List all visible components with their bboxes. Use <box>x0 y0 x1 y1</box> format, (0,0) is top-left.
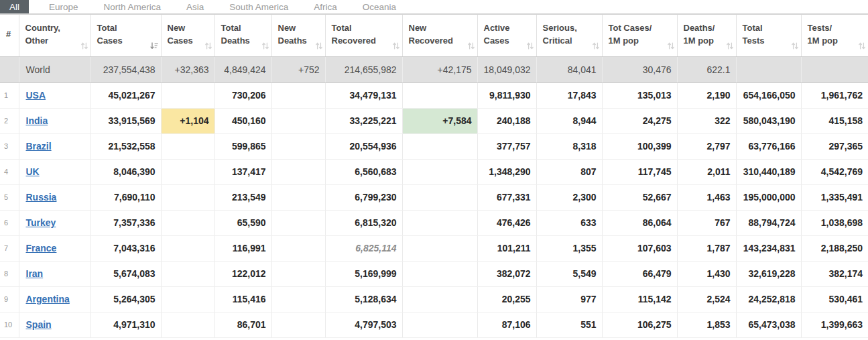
country-link[interactable]: France <box>26 243 57 253</box>
rank-cell: 7 <box>0 235 19 261</box>
rank-cell: 5 <box>0 184 19 210</box>
world-rank-cell <box>0 56 19 82</box>
new_recovered-cell <box>402 159 477 184</box>
world-total_cases-cell: 237,554,438 <box>90 56 161 82</box>
column-header-new_deaths[interactable]: New Deaths <box>271 15 325 56</box>
deaths_per_1m-cell: 1,463 <box>677 184 736 210</box>
new_deaths-cell <box>271 184 325 210</box>
cases_per_1m-cell: 135,013 <box>602 82 677 108</box>
tests_per_1m-cell: 2,188,250 <box>801 235 868 261</box>
country-cell: Turkey <box>19 210 90 235</box>
country-cell: Iran <box>19 261 90 286</box>
active_cases-cell: 240,188 <box>477 108 536 133</box>
new_deaths-cell <box>271 286 325 312</box>
cases_per_1m-cell: 52,667 <box>602 184 677 210</box>
country-cell: India <box>19 108 90 133</box>
new_cases-cell: +1,104 <box>161 108 214 133</box>
total_tests-cell: 32,619,228 <box>736 261 801 286</box>
tab-south-america[interactable]: South America <box>220 0 298 13</box>
new_recovered-cell <box>402 235 477 261</box>
total_deaths-cell: 599,865 <box>214 133 271 159</box>
country-cell: UK <box>19 159 90 184</box>
country-link[interactable]: Turkey <box>26 217 56 228</box>
total_cases-cell: 21,532,558 <box>90 133 161 159</box>
new_recovered-cell <box>402 82 477 108</box>
column-header-total_recovered[interactable]: Total Recovered <box>325 15 402 56</box>
tab-asia[interactable]: Asia <box>177 0 213 13</box>
country-row: 7France7,043,316116,9916,825,114101,2111… <box>0 235 868 261</box>
country-link[interactable]: Spain <box>26 319 52 330</box>
sort-both-icon <box>80 42 88 50</box>
world-serious_critical-cell: 84,041 <box>536 56 602 82</box>
column-label-new_cases: New Cases <box>168 22 204 48</box>
sort-both-icon <box>667 42 675 50</box>
column-header-new_recovered[interactable]: New Recovered <box>402 15 477 56</box>
column-header-rank: # <box>0 15 19 56</box>
column-header-total_tests[interactable]: Total Tests <box>736 15 801 56</box>
new_recovered-cell <box>402 133 477 159</box>
country-link[interactable]: Iran <box>26 268 44 279</box>
new_deaths-cell <box>271 210 325 235</box>
new_recovered-cell: +7,584 <box>402 108 477 133</box>
tab-north-america[interactable]: North America <box>95 0 171 13</box>
total_recovered-cell: 5,128,634 <box>325 286 402 312</box>
country-cell: France <box>19 235 90 261</box>
total_recovered-cell: 5,169,999 <box>325 261 402 286</box>
deaths_per_1m-cell: 322 <box>677 108 736 133</box>
tab-oceania[interactable]: Oceania <box>353 0 406 13</box>
country-link[interactable]: Brazil <box>26 141 52 152</box>
country-link[interactable]: India <box>26 115 48 126</box>
sort-both-icon <box>204 42 212 50</box>
rank-cell: 9 <box>0 286 19 312</box>
active_cases-cell: 377,757 <box>477 133 536 159</box>
total_cases-cell: 5,264,305 <box>90 286 161 312</box>
country-link[interactable]: USA <box>26 90 46 101</box>
tab-all[interactable]: All <box>0 0 29 13</box>
world-new_recovered-cell: +42,175 <box>402 56 477 82</box>
total_recovered-cell: 6,815,320 <box>325 210 402 235</box>
country-row: 3Brazil21,532,558599,86520,554,936377,75… <box>0 133 868 159</box>
serious_critical-cell: 8,318 <box>536 133 602 159</box>
column-header-total_deaths[interactable]: Total Deaths <box>214 15 271 56</box>
column-header-total_cases[interactable]: Total Cases <box>90 15 161 56</box>
total_deaths-cell: 137,417 <box>214 159 271 184</box>
total_tests-cell: 24,252,818 <box>736 286 801 312</box>
new_cases-cell <box>161 312 214 337</box>
serious_critical-cell: 17,843 <box>536 82 602 108</box>
total_recovered-cell: 6,799,230 <box>325 184 402 210</box>
column-label-active_cases: Active Cases <box>484 22 525 48</box>
new_recovered-cell <box>402 312 477 337</box>
country-row: 4UK8,046,390137,4176,560,6831,348,290807… <box>0 159 868 184</box>
country-link[interactable]: UK <box>26 166 40 177</box>
column-header-cases_per_1m[interactable]: Tot Cases/ 1M pop <box>602 15 677 56</box>
column-label-deaths_per_1m: Deaths/ 1M pop <box>684 22 725 48</box>
column-header-deaths_per_1m[interactable]: Deaths/ 1M pop <box>677 15 736 56</box>
new_recovered-cell <box>402 261 477 286</box>
country-link[interactable]: Russia <box>26 192 57 203</box>
country-link[interactable]: Argentina <box>26 294 70 304</box>
active_cases-cell: 677,331 <box>477 184 536 210</box>
total_deaths-cell: 450,160 <box>214 108 271 133</box>
column-header-country[interactable]: Country, Other <box>19 15 90 56</box>
column-header-serious_critical[interactable]: Serious, Critical <box>536 15 602 56</box>
column-header-new_cases[interactable]: New Cases <box>161 15 214 56</box>
new_deaths-cell <box>271 108 325 133</box>
column-header-active_cases[interactable]: Active Cases <box>477 15 536 56</box>
column-header-tests_per_1m[interactable]: Tests/ 1M pop <box>801 15 868 56</box>
total_cases-cell: 7,357,336 <box>90 210 161 235</box>
tests_per_1m-cell: 1,038,698 <box>801 210 868 235</box>
total_cases-cell: 4,971,310 <box>90 312 161 337</box>
country-cell: Brazil <box>19 133 90 159</box>
total_deaths-cell: 86,701 <box>214 312 271 337</box>
continent-tabs: AllEuropeNorth AmericaAsiaSouth AmericaA… <box>0 0 868 15</box>
tab-europe[interactable]: Europe <box>40 0 88 13</box>
column-label-total_recovered: Total Recovered <box>332 22 391 48</box>
world-new_cases-cell: +32,363 <box>161 56 214 82</box>
serious_critical-cell: 633 <box>536 210 602 235</box>
column-label-serious_critical: Serious, Critical <box>543 22 591 48</box>
new_cases-cell <box>161 159 214 184</box>
rank-cell: 1 <box>0 82 19 108</box>
tab-africa[interactable]: Africa <box>304 0 347 13</box>
total_cases-cell: 33,915,569 <box>90 108 161 133</box>
new_cases-cell <box>161 133 214 159</box>
